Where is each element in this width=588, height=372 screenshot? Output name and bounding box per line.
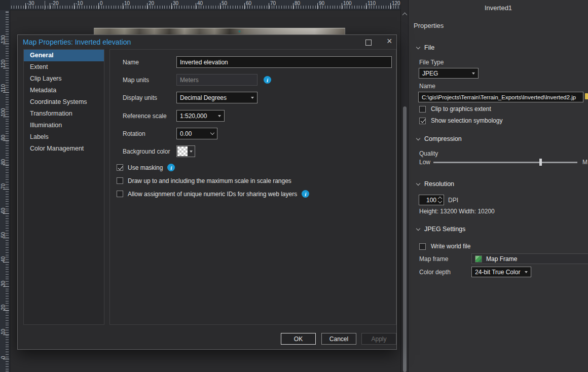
close-icon[interactable]: × xyxy=(387,36,392,46)
background-color-picker[interactable] xyxy=(176,145,195,157)
chevron-down-icon xyxy=(251,97,254,99)
ok-button[interactable]: OK xyxy=(281,333,316,345)
color-depth-value: 24-bit True Color xyxy=(475,269,520,276)
display-units-dropdown[interactable]: Decimal Degrees xyxy=(176,92,258,103)
vertical-scrollbar[interactable] xyxy=(400,0,409,372)
ruler-tick-label: 110 xyxy=(368,1,376,6)
ruler-tick-label: 80 xyxy=(1,155,6,165)
tab-clip-layers[interactable]: Clip Layers xyxy=(24,73,104,85)
ruler-tick-label: 80 xyxy=(295,1,300,6)
ruler-tick-label: 60 xyxy=(246,1,251,6)
checkbox-allow-assignment-of-unique-numeric-ids-for-sharing-web-layers[interactable] xyxy=(117,191,123,197)
file-type-label: File Type xyxy=(419,59,444,66)
ruler-tick-label: 10 xyxy=(124,1,130,6)
clip-graphics-checkbox[interactable] xyxy=(419,106,426,113)
file-type-dropdown[interactable]: JPEG xyxy=(419,68,479,79)
dpi-spinner[interactable]: 100 xyxy=(419,195,444,205)
ruler-tick xyxy=(317,3,318,9)
chevron-down-icon xyxy=(416,226,420,230)
display-units-value: Decimal Degrees xyxy=(180,94,227,101)
ruler-tick-label: 60 xyxy=(1,203,6,213)
selection-symbology-checkbox[interactable] xyxy=(419,118,426,124)
file-path-value: C:\gis\Projects\Terrain\Terrain_Exports\… xyxy=(422,94,576,100)
ruler-tick xyxy=(269,3,269,9)
checkbox-label: Draw up to and including the maximum sca… xyxy=(128,177,291,184)
cancel-button[interactable]: Cancel xyxy=(321,333,356,345)
chevron-down-icon xyxy=(525,271,528,273)
quality-slider-track[interactable] xyxy=(433,162,577,163)
dialog-title: Map Properties: Inverted elevation xyxy=(23,38,131,46)
reference-scale-dropdown[interactable]: 1:520,000 xyxy=(176,110,225,122)
ruler-left[interactable]: 1301201101009080706050403020100-10 xyxy=(0,10,10,372)
ruler-tick-label: 30 xyxy=(1,276,6,286)
map-frame-icon xyxy=(475,255,482,263)
map-name-input[interactable]: Inverted elevation xyxy=(176,56,392,68)
apply-button[interactable]: Apply xyxy=(361,333,396,345)
ruler-tick-label: 70 xyxy=(270,1,276,6)
ruler-tick xyxy=(3,310,9,311)
chevron-down-icon xyxy=(416,181,420,185)
arcgis-pro-window: -30-20-100102030405060708090100110120 13… xyxy=(0,0,588,372)
section-file[interactable]: File xyxy=(417,44,434,51)
browse-folder-icon[interactable] xyxy=(585,94,588,99)
ruler-margin-indicator xyxy=(45,1,45,10)
checkbox-row-use-masking: Use masking xyxy=(117,164,390,171)
ruler-tick xyxy=(3,359,9,359)
tab-transformation[interactable]: Transformation xyxy=(24,108,104,120)
rotation-combo[interactable]: 0.00 xyxy=(176,128,217,139)
tab-coordinate-systems[interactable]: Coordinate Systems xyxy=(24,96,104,108)
reference-scale-label: Reference scale xyxy=(123,113,167,120)
world-file-checkbox[interactable] xyxy=(419,243,426,250)
map-frame-dropdown[interactable]: Map Frame xyxy=(471,253,588,264)
maximize-icon[interactable] xyxy=(365,40,372,46)
ruler-tick xyxy=(74,3,75,9)
file-path-input[interactable]: C:\gis\Projects\Terrain\Terrain_Exports\… xyxy=(418,92,583,102)
section-resolution[interactable]: Resolution xyxy=(417,180,454,188)
ruler-tick-label: 0 xyxy=(100,1,103,6)
document-title: Inverted1 xyxy=(409,4,588,12)
ruler-tick xyxy=(147,3,148,9)
spinner-arrows-icon[interactable] xyxy=(438,197,442,203)
rotation-value: 0.00 xyxy=(180,130,192,137)
map-frame-label: Map frame xyxy=(419,255,448,263)
tab-general[interactable]: General xyxy=(24,50,104,61)
ruler-tick xyxy=(3,213,9,214)
ruler-tick-label: 90 xyxy=(319,1,324,6)
section-jpeg-settings[interactable]: JPEG Settings xyxy=(417,226,465,233)
tab-color-management[interactable]: Color Management xyxy=(24,143,104,155)
ruler-tick-label: 120 xyxy=(392,1,400,6)
checkbox-use-masking[interactable] xyxy=(117,164,123,171)
scrollbar-thumb[interactable] xyxy=(403,106,407,372)
ruler-tick-label: 40 xyxy=(197,1,203,6)
selection-symbology-row: Show selection symbology xyxy=(419,117,502,124)
transparent-swatch-icon xyxy=(177,146,188,156)
ruler-tick xyxy=(3,44,9,44)
tab-metadata[interactable]: Metadata xyxy=(24,85,104,96)
slider-min-label: Low xyxy=(419,159,430,166)
checkbox-draw-up-to-and-including-the-maximum-scale-in-scale-ranges[interactable] xyxy=(117,177,123,184)
info-icon[interactable] xyxy=(167,164,175,171)
tab-extent[interactable]: Extent xyxy=(24,61,104,73)
clip-graphics-label: Clip to graphics extent xyxy=(431,105,491,113)
section-compression[interactable]: Compression xyxy=(417,135,462,142)
rotation-label: Rotation xyxy=(123,130,145,137)
quality-slider-thumb[interactable] xyxy=(539,159,542,166)
tab-labels[interactable]: Labels xyxy=(24,131,104,143)
checkbox-label: Use masking xyxy=(128,164,163,171)
checkbox-row-draw-up-to-and-including-the-maximum-scale-in-scale-ranges: Draw up to and including the maximum sca… xyxy=(117,177,390,184)
ruler-tick xyxy=(123,3,123,9)
ruler-tick xyxy=(220,3,220,9)
info-icon[interactable] xyxy=(264,76,271,84)
background-color-label: Background color xyxy=(123,148,170,155)
scroll-up-icon[interactable] xyxy=(402,13,408,18)
tab-illumination[interactable]: Illumination xyxy=(24,120,104,131)
quality-label: Quality xyxy=(419,150,438,157)
info-icon[interactable] xyxy=(302,190,309,198)
color-depth-label: Color depth xyxy=(419,269,451,276)
export-pane: Inverted1 Properties File File Type JPEG… xyxy=(409,0,588,372)
color-depth-dropdown[interactable]: 24-bit True Color xyxy=(471,267,531,277)
ruler-tick-label: 10 xyxy=(1,324,6,334)
ruler-tick-label: 0 xyxy=(1,349,6,359)
chevron-down-icon xyxy=(416,45,420,49)
ruler-top[interactable]: -30-20-100102030405060708090100110120 xyxy=(10,0,401,10)
